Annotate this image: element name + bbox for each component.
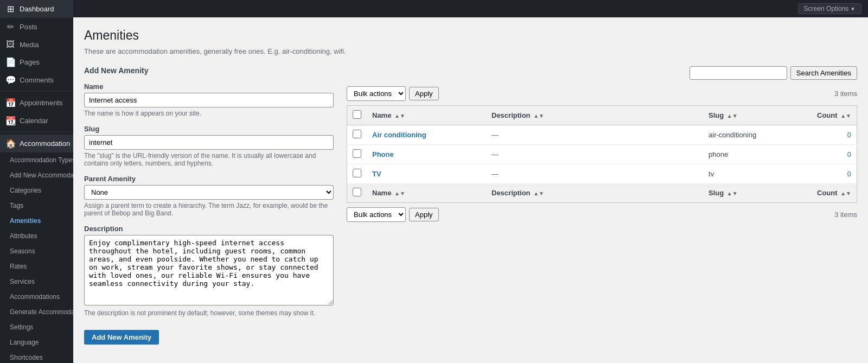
sidebar-sub-label: Accommodation Types [10, 156, 73, 164]
sidebar-sub-label: Tags [10, 202, 23, 209]
slug-label: Slug [84, 125, 334, 133]
sidebar-item-label: Posts [20, 23, 37, 31]
sidebar-item-dashboard[interactable]: ⊞ Dashboard [0, 0, 73, 18]
sidebar-item-appointments[interactable]: 📅 Appointments [0, 94, 73, 112]
tfoot-th-description[interactable]: Description ▲▼ [486, 183, 703, 203]
sidebar-item-label: Comments [20, 76, 54, 84]
add-amenity-button[interactable]: Add New Amenity [84, 330, 159, 345]
th-slug[interactable]: Slug ▲▼ [703, 106, 812, 125]
slug-group: Slug The "slug" is the URL-friendly vers… [84, 125, 334, 167]
sidebar-item-add-new-accommodation-type[interactable]: Add New Accommodation Type [0, 168, 73, 183]
sidebar-sub-label: Categories [10, 187, 41, 194]
bulk-actions-select[interactable]: Bulk actions [347, 86, 406, 101]
items-count-top: 3 items [834, 90, 857, 98]
calendar-icon: 📆 [5, 116, 15, 126]
top-toolbar: Bulk actions Apply 3 items [347, 86, 857, 101]
topbar: Screen Options [73, 0, 868, 17]
toolbar-left: Bulk actions Apply [347, 86, 439, 101]
content-area: Amenities These are accommodation amenit… [73, 17, 868, 363]
sidebar-item-language[interactable]: Language [0, 335, 73, 350]
name-hint: The name is how it appears on your site. [84, 110, 334, 117]
amenities-table-section: Search Amenities Bulk actions Apply 3 it… [347, 66, 857, 345]
row-checkbox[interactable] [353, 169, 361, 177]
pages-icon: 📄 [5, 57, 15, 67]
description-textarea[interactable]: Enjoy complimentary high-speed internet … [84, 235, 334, 305]
description-hint: The description is not prominent by defa… [84, 309, 334, 317]
bulk-actions-select-bottom[interactable]: Bulk actions [347, 207, 406, 222]
parent-select[interactable]: None [84, 185, 334, 200]
screen-options-button[interactable]: Screen Options [798, 3, 861, 14]
sidebar-item-tags[interactable]: Tags [0, 198, 73, 213]
tfoot-desc-sort-icon: ▲▼ [533, 190, 544, 196]
sidebar-sub-label: Rates [10, 263, 27, 270]
sidebar-item-accommodation[interactable]: 🏠 Accommodation [0, 135, 73, 152]
th-description[interactable]: Description ▲▼ [486, 106, 703, 125]
parent-group: Parent Amenity None Assign a parent term… [84, 175, 334, 217]
select-all-checkbox-bottom[interactable] [353, 188, 361, 196]
main: Screen Options Amenities These are accom… [73, 0, 868, 363]
sidebar-item-calendar[interactable]: 📆 Calendar [0, 112, 73, 130]
sidebar-sub-label: Attributes [10, 232, 37, 240]
sidebar-item-generate-accommodations[interactable]: Generate Accommodations [0, 304, 73, 320]
sidebar-sub-label: Services [10, 278, 35, 285]
sidebar-item-settings[interactable]: Settings [0, 320, 73, 335]
name-label: Name [84, 82, 334, 91]
amenities-table: Name ▲▼ Description ▲▼ Slug ▲▼ [347, 105, 857, 203]
accommodation-icon: 🏠 [5, 138, 15, 149]
sidebar-sub-label: Accommodations [10, 293, 60, 301]
content-grid: Add New Amenity Name The name is how it … [84, 66, 857, 345]
sidebar-item-amenities[interactable]: Amenities [0, 213, 73, 228]
apply-button-bottom[interactable]: Apply [409, 208, 439, 221]
sidebar-item-pages[interactable]: 📄 Pages [0, 53, 73, 71]
sidebar-item-seasons[interactable]: Seasons [0, 244, 73, 259]
row-name-link[interactable]: TV [372, 170, 381, 178]
tfoot-th-slug[interactable]: Slug ▲▼ [703, 183, 812, 203]
th-count[interactable]: Count ▲▼ [812, 106, 857, 125]
row-count-link[interactable]: 0 [847, 170, 851, 178]
row-count-link[interactable]: 0 [847, 150, 851, 158]
sidebar-item-label: Dashboard [20, 5, 54, 13]
th-name[interactable]: Name ▲▼ [367, 106, 486, 125]
sidebar-divider [0, 91, 73, 92]
sidebar-item-services[interactable]: Services [0, 274, 73, 289]
slug-hint: The "slug" is the URL-friendly version o… [84, 152, 334, 167]
tfoot-th-name[interactable]: Name ▲▼ [367, 183, 486, 203]
select-all-checkbox[interactable] [353, 110, 361, 119]
row-checkbox[interactable] [353, 149, 361, 158]
media-icon: 🖼 [5, 40, 15, 49]
page-description: These are accommodation amenities, gener… [84, 47, 857, 55]
name-input[interactable] [84, 93, 334, 107]
sidebar-item-comments[interactable]: 💬 Comments [0, 71, 73, 89]
parent-hint: Assign a parent term to create a hierarc… [84, 202, 334, 217]
sidebar-item-rates[interactable]: Rates [0, 259, 73, 274]
slug-input[interactable] [84, 135, 334, 150]
search-input[interactable] [690, 66, 787, 80]
tfoot-th-count[interactable]: Count ▲▼ [812, 183, 857, 203]
sidebar-item-shortcodes[interactable]: Shortcodes [0, 350, 73, 363]
appointments-icon: 📅 [5, 98, 15, 108]
sidebar-item-categories[interactable]: Categories [0, 183, 73, 198]
row-count-link[interactable]: 0 [847, 131, 851, 139]
parent-label: Parent Amenity [84, 175, 334, 183]
sidebar-item-attributes[interactable]: Attributes [0, 228, 73, 244]
comments-icon: 💬 [5, 75, 15, 85]
bottom-toolbar-left: Bulk actions Apply [347, 207, 439, 222]
apply-button[interactable]: Apply [409, 87, 439, 100]
sidebar-sub-label: Generate Accommodations [10, 308, 73, 316]
row-name-link[interactable]: Phone [372, 150, 394, 158]
sidebar-item-media[interactable]: 🖼 Media [0, 36, 73, 53]
row-description: — [492, 131, 499, 139]
page-title: Amenities [84, 28, 857, 43]
search-button[interactable]: Search Amenities [790, 66, 857, 80]
table-row: Air conditioning — air-conditioning 0 [347, 125, 857, 145]
row-slug: phone [709, 150, 728, 158]
row-name-link[interactable]: Air conditioning [372, 131, 426, 139]
row-checkbox[interactable] [353, 130, 361, 138]
dashboard-icon: ⊞ [5, 4, 15, 14]
sidebar-item-accommodation-types[interactable]: Accommodation Types [0, 152, 73, 168]
sidebar-item-posts[interactable]: ✏ Posts [0, 18, 73, 36]
desc-sort-icon: ▲▼ [533, 113, 544, 119]
sidebar-item-accommodations[interactable]: Accommodations [0, 289, 73, 304]
tfoot-slug-sort-icon: ▲▼ [727, 190, 738, 196]
name-group: Name The name is how it appears on your … [84, 82, 334, 117]
